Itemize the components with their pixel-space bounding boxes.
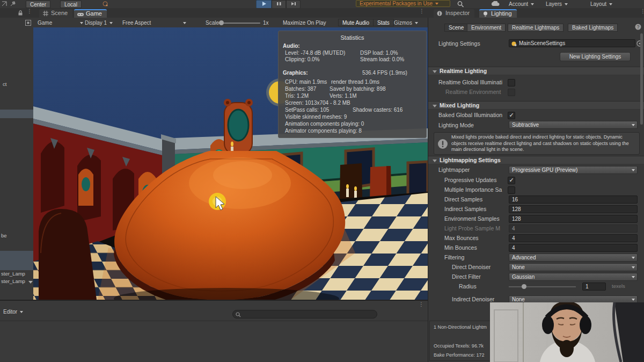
tab-game[interactable]: Game (74, 9, 107, 18)
stat-line: Animator components playing: 8 (285, 128, 362, 134)
chevron-down-icon (609, 3, 612, 5)
play-button[interactable] (256, 0, 272, 9)
editor-dropdown[interactable]: Editor (3, 309, 23, 315)
custom-tool-icon[interactable] (10, 1, 16, 7)
step-button[interactable] (286, 0, 301, 9)
transform-tool-icon[interactable] (1, 1, 8, 7)
scale-slider-knob[interactable] (219, 20, 224, 25)
lighting-tab-scene[interactable]: Scene (444, 24, 468, 32)
stat-line: Saved by batching: 898 (330, 86, 386, 92)
tab-inspector[interactable]: Inspector (434, 9, 474, 18)
hierarchy-selected-row[interactable] (0, 110, 33, 118)
direct-denoiser-dropdown[interactable]: None (509, 263, 638, 271)
lighting-tab-baked-lightmaps[interactable]: Baked Lightmaps (568, 24, 618, 32)
stat-line: Screen: 1013x704 - 8.2 MB (285, 100, 350, 106)
min-bounces-field[interactable]: 4 (509, 244, 638, 252)
focus-icon[interactable] (25, 20, 31, 26)
tab-lighting[interactable]: Lighting (479, 9, 517, 18)
environment-samples-label: Environment Samples (444, 215, 500, 222)
aspect-dropdown[interactable]: Free Aspect (122, 20, 194, 26)
direct-filter-dropdown[interactable]: Gaussian (509, 273, 638, 281)
lighting-settings-label: Lighting Settings (438, 40, 480, 47)
environment-samples-field[interactable]: 128 (509, 215, 638, 223)
stat-line: SetPass calls: 105 (285, 107, 329, 113)
lighting-asset-icon (511, 41, 517, 46)
light-probe-sample-label: Light Probe Sample M (444, 225, 500, 231)
lightbulb-icon (483, 11, 488, 17)
panel-scrollbar[interactable] (640, 33, 643, 125)
bake-line: Occupied Texels: 96.7k (434, 343, 484, 349)
layers-dropdown[interactable]: Layers (546, 1, 568, 7)
stat-line: Shadow casters: 616 (353, 107, 402, 113)
hierarchy-item[interactable]: be (1, 233, 34, 238)
max-bounces-label: Max Bounces (444, 235, 479, 241)
mute-audio-button[interactable]: Mute Audio (338, 19, 374, 26)
baked-gi-checkbox[interactable] (508, 112, 515, 119)
hierarchy-sliver: ct be ster_Lamp ster_Lamp (0, 18, 34, 300)
experimental-packages-dropdown[interactable]: Experimental Packages in Use (356, 0, 450, 7)
inspector-menu-icon[interactable]: ⋮ (640, 10, 642, 12)
max-bounces-field[interactable]: 4 (509, 234, 638, 242)
game-mode-dropdown[interactable]: Game (38, 20, 78, 26)
realtime-gi-checkbox[interactable] (508, 79, 515, 86)
lighting-mode-label: Lighting Mode (438, 122, 474, 128)
lighting-settings-object-field[interactable]: MainSceneSettings (509, 39, 635, 47)
stat-line: DSP load: 1.0% (360, 50, 398, 56)
pivot-center-button[interactable]: Center (26, 1, 50, 8)
chevron-down-icon (80, 22, 83, 24)
account-dropdown[interactable]: Account (509, 1, 534, 7)
lighting-mode-dropdown[interactable]: Subtractive (509, 121, 638, 129)
game-panel-menu-icon[interactable]: ⋮ (419, 10, 421, 12)
progressive-updates-checkbox[interactable] (508, 177, 515, 184)
section-mixed-lighting[interactable]: Mixed Lighting (428, 101, 644, 110)
filtering-dropdown[interactable]: Advanced (509, 254, 638, 262)
tab-scene[interactable]: Scene (39, 9, 72, 18)
console-log-area[interactable] (0, 321, 428, 361)
indirect-samples-field[interactable]: 128 (509, 205, 638, 213)
console-search-input[interactable] (232, 310, 377, 318)
lightmapper-dropdown[interactable]: Progressive GPU (Preview) (509, 166, 638, 174)
new-lighting-settings-button[interactable]: New Lighting Settings (560, 52, 631, 61)
min-bounces-label: Min Bounces (444, 244, 477, 251)
display-dropdown[interactable]: Display 1 (85, 20, 113, 26)
section-lightmapping-settings[interactable]: Lightmapping Settings (428, 156, 644, 164)
hierarchy-selected-block[interactable] (0, 251, 33, 270)
chevron-down-icon[interactable] (28, 281, 33, 284)
stat-line: Verts: 1.1M (330, 93, 357, 99)
section-realtime-lighting[interactable]: Realtime Lighting (428, 67, 644, 75)
hierarchy-item[interactable]: ct (3, 81, 36, 87)
svg-text:?: ? (636, 24, 639, 30)
warning-icon (437, 139, 448, 149)
light-probe-sample-field[interactable]: 4 (509, 225, 638, 233)
stat-line: Stream load: 0.0% (360, 56, 404, 62)
stat-line: Level: -74.8 dB (MUTED) (285, 50, 345, 56)
layout-dropdown[interactable]: Layout (590, 1, 612, 7)
snap-icon[interactable] (102, 1, 109, 7)
statistics-title: Statistics (279, 34, 426, 41)
radius-slider[interactable] (509, 286, 576, 287)
realtime-gi-label: Realtime Global Illuminati (438, 79, 502, 85)
cloud-collab-icon[interactable] (489, 1, 502, 7)
lighting-tab-environment[interactable]: Environment (467, 24, 506, 32)
realtime-environment-checkbox[interactable] (508, 89, 515, 96)
radius-slider-knob[interactable] (522, 284, 526, 289)
stat-line: Animation components playing: 0 (285, 121, 364, 127)
pause-button[interactable] (272, 0, 286, 9)
scale-slider[interactable] (217, 23, 260, 24)
direct-filter-label: Direct Filter (452, 273, 481, 280)
multiple-importance-checkbox[interactable] (508, 186, 515, 194)
lock-icon (18, 10, 23, 16)
help-icon[interactable]: ? (635, 24, 641, 30)
maximize-on-play-button[interactable]: Maximize On Play (283, 20, 326, 26)
search-icon[interactable] (457, 1, 465, 8)
lighting-tab-realtime-lightmaps[interactable]: Realtime Lightmaps (508, 24, 564, 32)
radius-field[interactable]: 1 (582, 283, 606, 291)
scale-value: 1x (263, 20, 269, 26)
stats-button[interactable]: Stats (373, 19, 394, 26)
panel-menu-icon[interactable]: ⋮ (27, 10, 29, 12)
direct-samples-field[interactable]: 16 (509, 196, 638, 204)
pivot-local-button[interactable]: Local (60, 1, 82, 8)
console-menu-icon[interactable]: ⋮ (419, 303, 421, 306)
gizmos-dropdown[interactable]: Gizmos (394, 20, 418, 26)
hierarchy-item-lamp[interactable]: ster_Lamp (1, 271, 34, 277)
